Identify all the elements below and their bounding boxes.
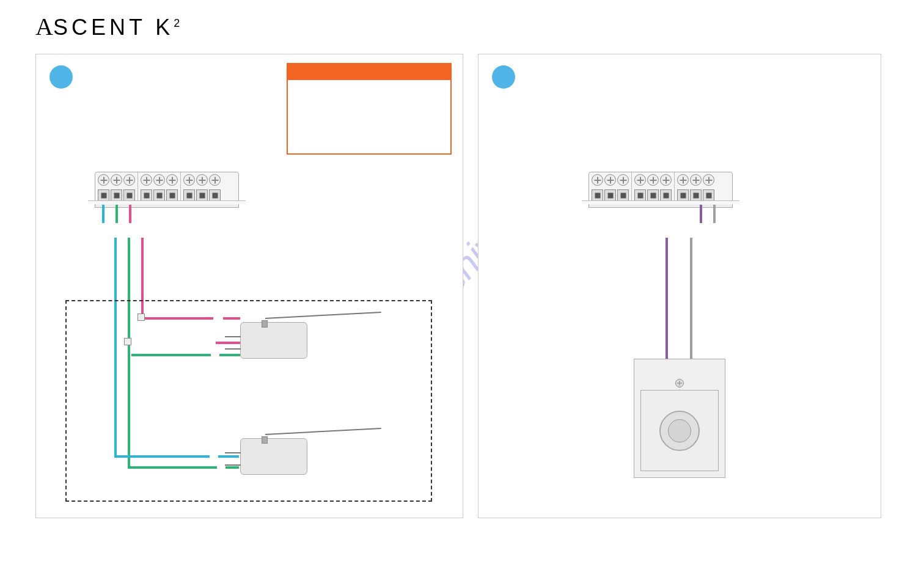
screw-icon <box>141 174 152 186</box>
push-button[interactable] <box>668 419 691 442</box>
screw-icon <box>660 174 672 186</box>
terminal-pin <box>634 189 646 201</box>
logo-initial: A <box>35 13 53 40</box>
screw-icon <box>166 174 178 186</box>
screw-icon <box>690 174 702 186</box>
terminal-pin <box>141 189 152 201</box>
screw-icon <box>196 174 208 186</box>
screw-icon <box>183 174 195 186</box>
terminal-pin <box>166 189 178 201</box>
terminal-pin <box>153 189 165 201</box>
terminal-pin <box>98 189 109 201</box>
terminal-pin <box>209 189 221 201</box>
limit-switch-upper <box>240 322 307 359</box>
diagram-panel-right <box>478 54 881 518</box>
screw-icon <box>634 174 646 186</box>
screw-icon <box>98 174 109 186</box>
screw-icon <box>703 174 714 186</box>
logo-superscript: 2 <box>174 17 180 29</box>
terminal-pin <box>196 189 208 201</box>
push-button-face <box>640 390 719 471</box>
step-circle <box>492 65 515 89</box>
wire-purple <box>666 238 668 360</box>
screw-icon <box>617 174 629 186</box>
terminal-pin <box>677 189 689 201</box>
diagram-panel-left <box>35 54 463 518</box>
terminal-pin <box>111 189 122 201</box>
terminal-pin <box>617 189 629 201</box>
push-button-device <box>634 359 725 478</box>
wire-green <box>116 205 118 223</box>
limit-switch-lower <box>240 438 307 475</box>
wire-purple <box>700 205 702 223</box>
brand-logo: ASCENT K2 <box>35 12 180 41</box>
screw-icon <box>153 174 165 186</box>
screw-icon <box>123 174 135 186</box>
screw-icon <box>209 174 221 186</box>
terminal-block-left <box>95 172 239 208</box>
screw-icon <box>677 174 689 186</box>
screw-icon <box>675 379 684 387</box>
terminal-block-right <box>588 172 733 208</box>
push-button-ring <box>659 411 700 451</box>
screw-icon <box>592 174 603 186</box>
logo-rest: SCENT K <box>53 15 174 40</box>
step-circle <box>50 65 73 89</box>
screw-icon <box>647 174 659 186</box>
screw-icon <box>604 174 616 186</box>
terminal-pin <box>183 189 195 201</box>
warning-header <box>288 64 450 80</box>
wire-grey <box>690 238 692 360</box>
screw-icon <box>111 174 122 186</box>
terminal-pin <box>647 189 659 201</box>
wire-grey <box>713 205 716 223</box>
wire-pink <box>129 205 131 223</box>
terminal-pin <box>123 189 135 201</box>
terminal-pin <box>690 189 702 201</box>
terminal-pin <box>604 189 616 201</box>
wire-cyan <box>102 205 105 223</box>
terminal-pin <box>660 189 672 201</box>
warning-box <box>287 63 452 155</box>
terminal-pin <box>592 189 603 201</box>
terminal-pin <box>703 189 714 201</box>
